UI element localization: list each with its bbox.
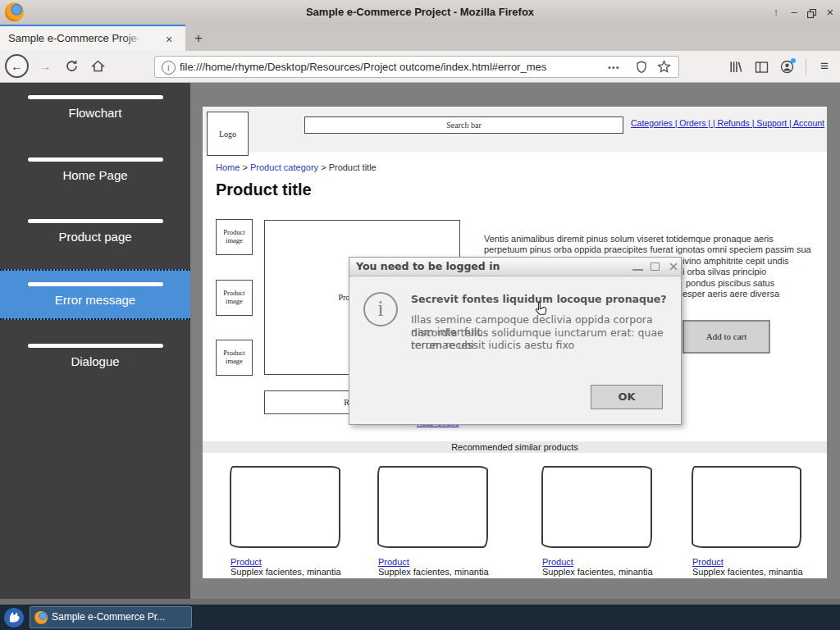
logo-box: Logo [207,112,249,156]
sidebar-item-error-message[interactable]: Error message [0,269,190,320]
sidebar-item-bar [28,158,163,162]
wireframe-sidebar: Flowchart Home Page Product page Error m… [0,83,190,599]
recommended-product-caption: Supplex facientes, minantia [231,567,341,577]
ok-button[interactable]: OK [591,385,663,409]
product-thumbnail[interactable]: Product image [216,340,253,376]
breadcrumb-category-link[interactable]: Product category [250,162,318,172]
sidebar-item-label: Error message [0,293,190,307]
bookmark-star-icon[interactable] [657,60,671,77]
applications-menu-icon[interactable] [4,608,24,628]
library-icon[interactable] [728,60,742,77]
shade-window-button[interactable]: ↑ [768,4,784,21]
minimize-window-button[interactable]: – [786,4,802,21]
home-button[interactable] [89,59,107,75]
dialog-maximize-icon[interactable] [651,262,660,271]
thumbnail-label: image [217,357,252,365]
breadcrumb-home-link[interactable]: Home [216,162,240,172]
breadcrumb: Home > Product category > Product title [216,162,377,172]
sidebar-item-label: Product page [0,230,190,244]
sidebar-item-label: Flowchart [0,106,190,120]
sidebar-item-bar [28,282,163,286]
tab-label-fade [123,28,144,51]
recommended-product-image[interactable] [541,466,652,548]
recommended-product-link[interactable]: Product [231,557,262,567]
forward-button[interactable]: → [36,58,54,75]
recommended-product-link[interactable]: Product [692,557,724,567]
dialog-title: You need to be logged in [356,260,500,272]
description-line: i orba silvas principio [682,267,766,276]
sidebar-item-bar [28,95,163,99]
taskbar: Sample e-Commerce Pr... Project outcome … [0,605,840,630]
thumbnail-label: Product [217,228,252,236]
thumbnail-label: image [217,297,252,305]
navigation-toolbar: ← → i file:///home/rhyme/Desktop/Resourc… [0,51,840,83]
recommended-product-caption: Supplex facientes, minantia [378,567,489,577]
thumbnail-label: image [217,236,252,244]
sidebar-item-flowchart[interactable]: Flowchart [0,95,190,120]
dialog-body-line: rerum recessit iudicis aestu fixo [411,339,673,351]
recommended-product-image[interactable] [230,466,340,548]
page-actions-overflow-icon[interactable]: ••• [608,61,629,74]
url-bar[interactable]: i file:///home/rhyme/Desktop/Resources/P… [154,56,679,78]
window-title: Sample e-Commerce Project - Mozilla Fire… [0,0,840,25]
dialog-minimize-icon[interactable] [632,269,643,271]
url-text[interactable]: file:///home/rhyme/Desktop/Resources/Pro… [180,61,602,74]
description-line: ivino amphitrite cepit undis [682,256,789,266]
dialog-close-icon[interactable]: × [666,259,681,274]
mouse-cursor [534,301,549,322]
description-line: perpetuum pinus orba oppida praecipites … [484,244,811,254]
sidebar-item-product-page[interactable]: Product page [0,219,190,244]
product-thumbnail[interactable]: Product image [216,219,253,255]
new-tab-button[interactable]: + [187,28,210,49]
sidebar-item-label: Dialogue [0,354,190,368]
tab-close-icon[interactable]: × [161,31,177,48]
recommended-product-caption: Supplex facientes, minantia [692,567,803,577]
add-to-cart-button[interactable]: Add to cart [682,320,770,354]
recommended-product-caption: Supplex facientes, minantia [542,567,653,577]
firefox-task-icon [34,611,48,624]
window-titlebar: Sample e-Commerce Project - Mozilla Fire… [0,0,840,25]
product-thumbnail[interactable]: Product image [216,280,253,316]
tab-title: Sample e-Commerce Project [8,32,138,47]
login-required-dialog: You need to be logged in × i Secrevit fo… [349,257,682,425]
page-info-icon[interactable]: i [162,61,176,75]
recommended-heading: Recommended similar products [203,441,827,453]
back-button[interactable]: ← [5,54,29,78]
page-title: Product title [216,180,312,199]
hamburger-menu-icon[interactable]: ≡ [815,58,833,75]
url-fade [582,58,605,76]
breadcrumb-separator: > [242,162,247,172]
recommended-product-link[interactable]: Product [542,557,573,567]
close-window-button[interactable]: × [822,4,838,21]
dialog-titlebar[interactable]: You need to be logged in × [349,258,681,276]
thumbnail-label: Product [217,349,252,357]
desktop: Sample e-Commerce Project - Mozilla Fire… [0,0,840,630]
recommended-product-image[interactable] [377,466,488,548]
account-notification-dot [791,58,796,63]
toolbar-separator [806,59,806,75]
sidebar-item-bar [28,219,163,223]
reload-button[interactable] [62,59,80,75]
info-icon: i [363,292,398,326]
taskbar-window-firefox[interactable]: Sample e-Commerce Pr... [30,606,192,628]
tracking-shield-icon[interactable] [636,61,647,77]
sidebar-item-dialogue[interactable]: Dialogue [0,344,190,368]
sidebars-icon[interactable] [755,62,769,76]
description-line: Ventis animalibus diremit pinus solum vi… [484,234,774,244]
sidebar-item-label: Home Page [0,168,190,182]
thumbnail-label: Product [217,289,252,297]
sidebar-item-home-page[interactable]: Home Page [0,158,190,182]
breadcrumb-current: Product title [329,162,377,172]
description-line: pondus piscibus satus [686,278,774,288]
breadcrumb-separator: > [321,162,326,172]
recommended-product-image[interactable] [692,466,801,548]
tab-sample-ecommerce[interactable]: Sample e-Commerce Project × [0,25,185,51]
description-line: esper aeris aere diversa [682,289,779,299]
task-label: Sample e-Commerce Pr... [52,607,189,628]
header-nav-links[interactable]: Categories | Orders | | Refunds | Suppor… [449,118,824,128]
sidebar-item-bar [28,344,163,348]
restore-window-button[interactable] [804,7,820,24]
recommended-product-link[interactable]: Product [378,557,409,567]
